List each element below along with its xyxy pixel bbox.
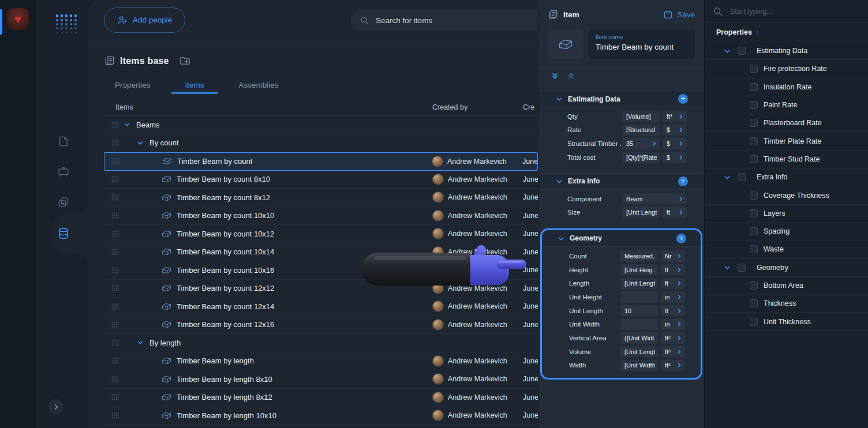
item-row[interactable]: Timber Beam by lengthAndrew MarkevichJun… bbox=[104, 352, 538, 371]
properties-sort-header[interactable]: Properties ↑ bbox=[705, 23, 868, 42]
unit-select[interactable]: in bbox=[661, 319, 685, 331]
copies-icon[interactable] bbox=[57, 196, 70, 209]
chevron-down-icon[interactable] bbox=[137, 140, 144, 147]
drag-handle-icon[interactable] bbox=[111, 340, 119, 346]
checkbox[interactable] bbox=[750, 192, 758, 200]
tree-item-row[interactable]: Waste bbox=[705, 241, 868, 258]
chevron-right-icon[interactable] bbox=[679, 155, 683, 160]
add-property-button[interactable]: + bbox=[676, 234, 686, 243]
tree-group-row[interactable]: Geometry bbox=[705, 259, 868, 277]
property-value-field[interactable]: [Unit Length] bbox=[622, 207, 660, 218]
checkbox[interactable] bbox=[750, 281, 758, 290]
property-value-field[interactable]: Measured... bbox=[620, 250, 659, 262]
unit-select[interactable]: ft³ bbox=[661, 346, 685, 358]
drag-handle-icon[interactable] bbox=[111, 122, 119, 128]
tree-group-row[interactable]: Extra Info bbox=[705, 168, 868, 186]
tree-item-row[interactable]: Timber Plate Rate bbox=[705, 132, 868, 150]
column-created-by[interactable]: Created by bbox=[432, 103, 523, 111]
unit-select[interactable]: Nr bbox=[661, 250, 685, 262]
drag-handle-icon[interactable] bbox=[111, 321, 119, 328]
checkbox[interactable] bbox=[750, 245, 758, 253]
unit-select[interactable]: ft bbox=[663, 207, 687, 218]
drag-handle-icon[interactable] bbox=[111, 376, 119, 382]
chevron-down-icon[interactable] bbox=[724, 48, 730, 54]
item-row[interactable]: Timber Beam by countAndrew MarkevichJune bbox=[104, 152, 538, 171]
sidebar-expand-button[interactable] bbox=[48, 399, 63, 414]
item-row[interactable]: Timber Beam by count 10x10Andrew Markevi… bbox=[104, 207, 538, 226]
drag-handle-icon[interactable] bbox=[111, 231, 119, 237]
checkbox[interactable] bbox=[750, 119, 758, 127]
checkbox[interactable] bbox=[750, 299, 758, 307]
property-value-field[interactable] bbox=[620, 291, 659, 303]
property-value-field[interactable]: [Unit Heig... bbox=[620, 264, 659, 276]
checkbox[interactable] bbox=[738, 47, 746, 55]
chevron-right-icon[interactable] bbox=[677, 268, 682, 272]
item-row[interactable]: Timber Beam by count 8x12Andrew Markevic… bbox=[104, 189, 538, 207]
drag-handle-icon[interactable] bbox=[111, 249, 119, 255]
property-value-field[interactable] bbox=[620, 319, 659, 331]
checkbox[interactable] bbox=[738, 264, 746, 272]
property-value-field[interactable]: [Volume] bbox=[622, 111, 660, 122]
section-header[interactable]: Extra Info+ bbox=[538, 173, 704, 190]
item-name-value[interactable]: Timber Beam by count bbox=[596, 43, 687, 51]
chevron-right-icon[interactable] bbox=[679, 197, 683, 201]
chevron-right-icon[interactable] bbox=[677, 295, 682, 299]
checkbox[interactable] bbox=[750, 155, 758, 163]
chevron-right-icon[interactable] bbox=[677, 281, 682, 286]
tree-item-row[interactable]: Spacing bbox=[705, 223, 868, 241]
tree-item-row[interactable]: Coverage Thickness bbox=[705, 186, 868, 204]
checkbox[interactable] bbox=[750, 137, 758, 145]
chevron-right-icon[interactable] bbox=[677, 254, 682, 258]
apps-grid-icon[interactable] bbox=[55, 14, 78, 35]
property-value-field[interactable]: Beam bbox=[622, 193, 687, 205]
drag-handle-icon[interactable] bbox=[111, 303, 119, 310]
chevron-right-icon[interactable] bbox=[679, 141, 683, 146]
item-row[interactable]: Timber Beam by length 10x10Andrew Markev… bbox=[104, 407, 538, 425]
property-value-field[interactable]: [Unit Width... bbox=[620, 360, 659, 371]
chevron-right-icon[interactable] bbox=[677, 350, 682, 354]
tree-item-row[interactable]: Bottom Area bbox=[705, 277, 868, 295]
tab-properties[interactable]: Properties bbox=[101, 76, 164, 94]
chevron-down-icon[interactable] bbox=[558, 235, 564, 242]
drag-handle-icon[interactable] bbox=[111, 267, 119, 273]
item-row[interactable]: Timber Beam by length 8x12Andrew Markevi… bbox=[104, 389, 538, 407]
drag-handle-icon[interactable] bbox=[111, 394, 119, 400]
document-icon[interactable] bbox=[57, 134, 70, 148]
property-value-field[interactable]: [Unit Lengt... bbox=[620, 346, 659, 358]
checkbox[interactable] bbox=[750, 318, 758, 326]
item-row[interactable]: Timber Beam by length 8x10Andrew Markevi… bbox=[104, 370, 538, 389]
unit-select[interactable]: ft² bbox=[661, 360, 685, 371]
group-row[interactable]: Beams bbox=[104, 116, 538, 134]
tree-item-row[interactable]: Insulation Rate bbox=[705, 78, 868, 96]
item-row[interactable]: Timber Beam by count 10x14Andrew Markevi… bbox=[104, 243, 538, 262]
tree-item-row[interactable]: Layers bbox=[705, 205, 868, 223]
checkbox[interactable] bbox=[750, 83, 758, 91]
tab-items[interactable]: Items bbox=[171, 76, 218, 94]
drag-handle-icon[interactable] bbox=[111, 212, 119, 219]
chevron-right-icon[interactable] bbox=[677, 336, 682, 340]
drag-handle-icon[interactable] bbox=[112, 158, 120, 164]
tree-item-row[interactable]: Paint Rate bbox=[705, 96, 868, 114]
section-header[interactable]: Estimating Data+ bbox=[538, 91, 704, 107]
chevron-right-icon[interactable] bbox=[677, 363, 682, 367]
item-row[interactable]: Timber Beam by count 8x10Andrew Markevic… bbox=[104, 171, 538, 189]
drag-handle-icon[interactable] bbox=[111, 358, 119, 364]
unit-select[interactable]: ft bbox=[661, 305, 685, 317]
database-icon[interactable] bbox=[57, 227, 70, 241]
group-row[interactable]: By count bbox=[104, 134, 538, 153]
unit-select[interactable]: ft³ bbox=[663, 111, 687, 122]
unit-select[interactable]: ft bbox=[661, 278, 685, 290]
drag-handle-icon[interactable] bbox=[111, 412, 119, 419]
chevron-down-icon[interactable] bbox=[724, 174, 730, 181]
tree-group-row[interactable]: Estimating Data bbox=[705, 42, 868, 60]
item-row[interactable]: Timber Beam by count 10x12Andrew Markevi… bbox=[104, 225, 538, 243]
items-search-input[interactable] bbox=[376, 16, 538, 25]
unit-select[interactable]: $ bbox=[663, 152, 687, 163]
property-value-field[interactable]: [Structural ... bbox=[622, 125, 660, 136]
property-value-field[interactable]: 35 bbox=[622, 138, 660, 149]
drag-handle-icon[interactable] bbox=[111, 176, 119, 182]
tree-item-row[interactable]: Fire protection Rate bbox=[705, 60, 868, 78]
double-chevron-down-icon[interactable] bbox=[551, 72, 559, 80]
unit-select[interactable]: $ bbox=[663, 125, 687, 136]
drag-handle-icon[interactable] bbox=[111, 194, 119, 201]
